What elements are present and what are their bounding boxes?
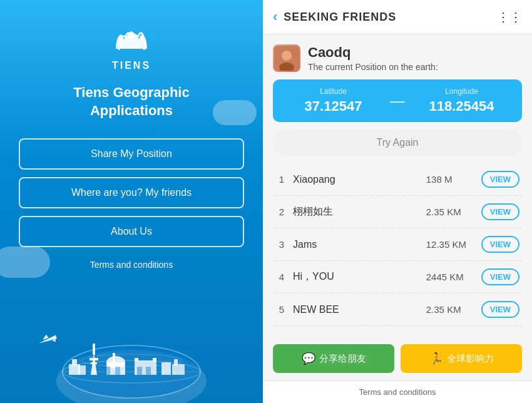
friend-distance: 2.35 KM (426, 207, 470, 217)
friend-name: Xiaopang (293, 174, 421, 185)
view-button[interactable]: VIEW (481, 301, 519, 318)
friend-number: 2 (275, 207, 288, 217)
svg-marker-26 (41, 334, 48, 340)
where-friends-button[interactable]: Where are you? My friends (19, 177, 244, 208)
right-footer: Terms and conditions (263, 380, 532, 403)
friend-name: NEW BEE (293, 304, 421, 315)
global-influence-button[interactable]: 🏃 全球影响力 (401, 344, 522, 373)
friend-distance: 12.35 KM (426, 239, 470, 250)
longitude-label: Longitude (411, 87, 512, 96)
coord-divider: — (384, 92, 411, 110)
svg-rect-6 (93, 344, 95, 355)
friend-item: 4 Hi，YOU 2445 KM VIEW (273, 261, 522, 293)
svg-rect-11 (113, 353, 115, 363)
back-button[interactable]: ‹ (273, 9, 277, 25)
coords-box: Latitude 37.12547 — Longitude 118.25454 (273, 79, 522, 122)
svg-rect-8 (91, 362, 97, 364)
friend-number: 4 (275, 272, 288, 282)
view-button[interactable]: VIEW (481, 171, 519, 188)
bottom-illustration (0, 265, 263, 403)
tiens-logo-icon (110, 25, 153, 56)
left-panel: TIENS Tiens GeographicApplications Share… (0, 0, 263, 403)
friend-number: 3 (275, 239, 288, 250)
friend-item: 1 Xiaopang 138 M VIEW (273, 163, 522, 196)
svg-rect-24 (174, 359, 178, 365)
friend-distance: 138 M (426, 174, 470, 185)
share-wechat-button[interactable]: 💬 分享给朋友 (273, 344, 394, 373)
friend-item: 3 Jams 12.35 KM VIEW (273, 228, 522, 261)
avatar (273, 44, 300, 72)
svg-rect-21 (146, 367, 151, 375)
bottom-actions: 💬 分享给朋友 🏃 全球影响力 (263, 337, 532, 380)
position-label: The current Position on the earth: (308, 62, 438, 72)
svg-rect-19 (153, 358, 156, 361)
menu-buttons: Share My Position Where are you? My frie… (19, 138, 244, 247)
cloud-decoration-right (213, 100, 257, 125)
friend-number: 1 (275, 174, 288, 185)
share-position-button[interactable]: Share My Position (19, 138, 244, 170)
svg-rect-15 (72, 359, 77, 365)
right-content: Caodq The current Position on the earth:… (263, 34, 532, 337)
svg-rect-16 (78, 365, 86, 375)
view-button[interactable]: VIEW (481, 236, 519, 253)
svg-rect-13 (115, 367, 120, 375)
global-label: 全球影响力 (447, 353, 494, 365)
view-button[interactable]: VIEW (481, 268, 519, 285)
friend-name: Jams (293, 239, 421, 250)
view-button[interactable]: VIEW (481, 203, 519, 220)
svg-point-29 (282, 51, 292, 61)
user-section: Caodq The current Position on the earth: (273, 44, 522, 72)
latitude-value: 37.12547 (283, 98, 384, 115)
about-us-button[interactable]: About Us (19, 216, 244, 247)
svg-rect-7 (90, 358, 98, 360)
svg-rect-12 (105, 367, 110, 375)
svg-rect-20 (137, 367, 142, 375)
right-panel: ‹ SEEKING FRIENDS ⋮⋮ Caodq The current P… (263, 0, 532, 403)
longitude-item: Longitude 118.25454 (411, 87, 512, 115)
logo-text: TIENS (112, 60, 151, 71)
friend-item: 5 NEW BEE 2.35 KM VIEW (273, 293, 522, 326)
friend-distance: 2.35 KM (426, 304, 470, 315)
friend-name: Hi，YOU (293, 270, 421, 283)
menu-icon[interactable]: ⋮⋮ (497, 9, 522, 24)
svg-rect-22 (161, 362, 171, 375)
friend-item: 2 栩栩如生 2.35 KM VIEW (273, 196, 522, 228)
friend-number: 5 (275, 304, 288, 315)
footer-terms[interactable]: Terms and conditions (359, 387, 436, 397)
latitude-label: Latitude (283, 87, 384, 96)
user-name: Caodq (308, 44, 438, 61)
user-info: Caodq The current Position on the earth: (308, 44, 438, 72)
right-header: ‹ SEEKING FRIENDS ⋮⋮ (263, 0, 532, 34)
header-title: SEEKING FRIENDS (284, 11, 497, 24)
svg-rect-18 (135, 358, 138, 361)
latitude-item: Latitude 37.12547 (283, 87, 384, 115)
share-wechat-label: 分享给朋友 (319, 353, 366, 365)
longitude-value: 118.25454 (411, 98, 512, 115)
try-again-button[interactable]: Try Again (273, 130, 522, 156)
wechat-icon: 💬 (302, 352, 315, 365)
logo-container: TIENS (110, 25, 153, 71)
friends-list: 1 Xiaopang 138 M VIEW 2 栩栩如生 2.35 KM VIE… (273, 163, 522, 326)
friend-distance: 2445 KM (426, 272, 470, 282)
app-title: Tiens GeographicApplications (73, 84, 189, 120)
run-icon: 🏃 (429, 352, 443, 365)
friend-name: 栩栩如生 (293, 205, 421, 218)
svg-rect-23 (172, 364, 185, 375)
